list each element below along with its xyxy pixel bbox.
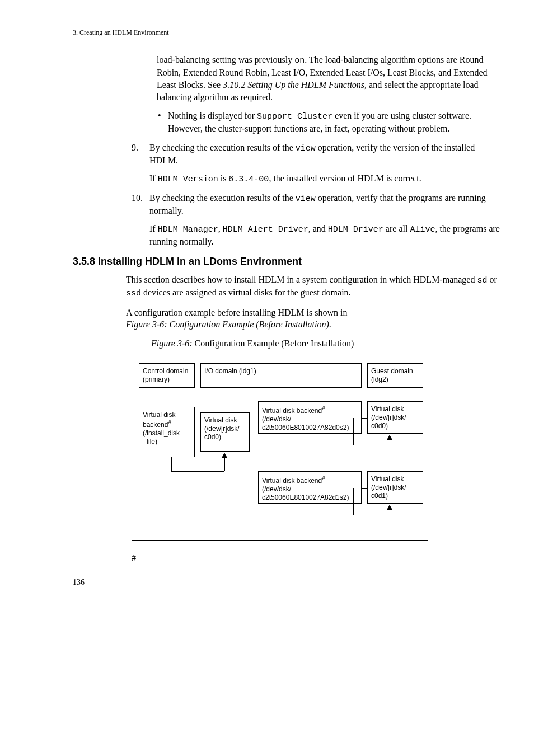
text: or	[487, 275, 496, 284]
control-domain-box: Control domain (primary)	[139, 363, 195, 388]
figure-label: Figure 3-6:	[151, 339, 193, 348]
step-number: 10.	[132, 192, 149, 217]
step-text: By checking the execution results of the…	[149, 142, 500, 167]
label: Virtual disk	[371, 405, 404, 413]
text: , the installed version of HDLM is corre…	[269, 173, 421, 183]
code-version-num: 6.3.4-00	[228, 175, 269, 184]
code-alive: Alive	[410, 225, 435, 234]
label: (/dev/[r]dsk/	[371, 414, 406, 421]
code-support-cluster: Support Cluster	[257, 112, 332, 121]
label: Virtual disk	[371, 475, 404, 483]
arrow-up-icon	[387, 435, 392, 440]
step-number: 9.	[132, 142, 149, 167]
step-text: By checking the execution results of the…	[149, 192, 500, 217]
intro-paragraph-2: A configuration example before installin…	[126, 307, 500, 331]
code-view: view	[296, 194, 316, 204]
label: (/install_disk	[143, 429, 180, 437]
text: By checking the execution results of the	[149, 143, 296, 152]
label: I/O domain (ldg1)	[204, 367, 256, 375]
text: is	[218, 173, 229, 183]
connector-line	[353, 488, 354, 515]
connector-line	[362, 488, 367, 489]
section-title: 3.5.8 Installing HDLM in an LDoms Enviro…	[73, 255, 500, 268]
label: Virtual disk backend#	[262, 477, 325, 485]
arrow-up-icon	[222, 453, 227, 458]
text: If	[149, 173, 158, 183]
text: load-balancing setting was previously	[157, 55, 294, 64]
chapter-header: 3. Creating an HDLM Environment	[73, 28, 500, 37]
vd-guest-c0d0: Virtual disk (/dev/[r]dsk/ c0d0)	[367, 401, 423, 434]
label: Virtual disk	[143, 411, 175, 419]
label: backend#	[143, 421, 171, 429]
figure-title: Configuration Example (Before Installati…	[193, 339, 354, 348]
figure-diagram: Control domain (primary) I/O domain (ldg…	[132, 356, 428, 541]
label: Control domain	[143, 367, 188, 375]
label: Guest domain	[371, 367, 413, 375]
figure-caption: Figure 3-6: Configuration Example (Befor…	[151, 337, 500, 350]
ref-setting-up: 3.10.2 Setting Up the HDLM Functions	[223, 80, 364, 90]
connector-line	[353, 515, 390, 515]
connector-line	[171, 471, 224, 472]
label: Virtual disk	[204, 416, 237, 424]
label: c0d1)	[371, 492, 388, 500]
io-domain-box: I/O domain (ldg1)	[200, 363, 362, 388]
text: devices are assigned as virtual disks fo…	[141, 288, 351, 297]
connector-line	[353, 418, 354, 445]
code-sd: sd	[477, 276, 487, 285]
note-marker: #	[168, 419, 171, 425]
code-hdlm-version: HDLM Version	[158, 175, 218, 184]
text: A configuration example before installin…	[126, 308, 347, 317]
code-hdlm-manager: HDLM Manager	[158, 225, 218, 234]
text: This section describes how to install HD…	[126, 275, 477, 284]
label: (ldg2)	[371, 375, 388, 383]
step-10: 10. By checking the execution results of…	[132, 192, 500, 217]
figure-3-6: Control domain (primary) I/O domain (ldg…	[132, 356, 500, 541]
vd-backend-d0s2: Virtual disk backend# (/dev/dsk/ c2t5006…	[258, 401, 362, 434]
step-9-sub: If HDLM Version is 6.3.4-00, the install…	[149, 172, 500, 185]
footnote-marker: #	[132, 552, 500, 564]
figure-ref: Figure 3-6: Configuration Example (Befor…	[126, 320, 329, 329]
text: If	[149, 224, 158, 233]
page-number: 136	[73, 577, 500, 588]
bullet-support-cluster: Nothing is displayed for Support Cluster…	[168, 110, 500, 135]
note-marker: #	[322, 475, 325, 481]
code-on: on	[294, 56, 305, 65]
connector-line	[362, 418, 367, 419]
paragraph-load-balancing: load-balancing setting was previously on…	[157, 54, 500, 103]
label: (/dev/[r]dsk/	[204, 425, 240, 433]
label: c0d0)	[371, 422, 388, 430]
note-marker: #	[322, 405, 325, 411]
text: Nothing is displayed for	[168, 111, 257, 120]
label: (primary)	[143, 375, 170, 383]
step-9: 9. By checking the execution results of …	[132, 142, 500, 167]
text: are all	[383, 224, 410, 233]
label: c2t50060E8010027A82d0s2)	[262, 424, 349, 431]
code-ssd: ssd	[126, 289, 141, 298]
code-view: view	[296, 144, 316, 153]
vd-backend-install-file: Virtual disk backend# (/install_disk _fi…	[139, 407, 195, 457]
text: ,	[218, 224, 223, 233]
vd-backend-d1s2: Virtual disk backend# (/dev/dsk/ c2t5006…	[258, 471, 362, 504]
connector-line	[171, 457, 172, 471]
label: (/dev/[r]dsk/	[371, 483, 406, 491]
label: c0d0)	[204, 433, 221, 441]
label: Virtual disk backend#	[262, 407, 325, 415]
label: (/dev/dsk/	[262, 485, 291, 493]
text: By checking the execution results of the	[149, 193, 296, 203]
label: (/dev/dsk/	[262, 415, 291, 423]
connector-line	[353, 445, 390, 445]
arrow-up-icon	[387, 505, 392, 510]
code-hdlm-alert-driver: HDLM Alert Driver	[223, 225, 308, 234]
connector-line	[224, 457, 225, 471]
step-10-sub: If HDLM Manager, HDLM Alert Driver, and …	[149, 223, 500, 248]
label: _file)	[143, 438, 157, 445]
vd-guest-c0d1: Virtual disk (/dev/[r]dsk/ c0d1)	[367, 471, 423, 504]
intro-paragraph-1: This section describes how to install HD…	[126, 274, 500, 300]
text: , and	[308, 224, 328, 233]
code-hdlm-driver: HDLM Driver	[328, 225, 383, 234]
label: c2t50060E8010027A82d1s2)	[262, 494, 349, 501]
vd-rdsk-c0d0: Virtual disk (/dev/[r]dsk/ c0d0)	[200, 412, 250, 452]
guest-domain-box: Guest domain (ldg2)	[367, 363, 423, 388]
text: .	[329, 320, 331, 329]
